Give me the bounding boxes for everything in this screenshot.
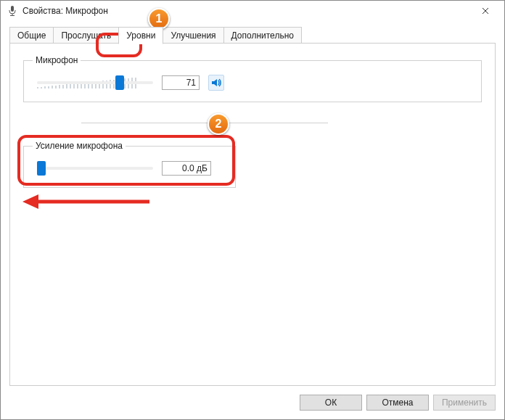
- tab-advanced[interactable]: Дополнительно: [223, 27, 302, 44]
- apply-button[interactable]: Применить: [433, 395, 496, 411]
- window-title: Свойства: Микрофон: [22, 6, 108, 16]
- separator: [81, 123, 328, 123]
- titlebar: Свойства: Микрофон: [1, 1, 504, 21]
- tab-general[interactable]: Общие: [9, 27, 54, 44]
- tab-listen[interactable]: Прослушать: [53, 27, 119, 44]
- cancel-button[interactable]: Отмена: [366, 395, 429, 411]
- group-microphone-legend: Микрофон: [33, 55, 81, 65]
- microphone-level-slider[interactable]: [37, 74, 153, 91]
- microphone-icon: [7, 5, 18, 17]
- group-microphone-boost-legend: Усиление микрофона: [33, 141, 126, 151]
- microphone-boost-slider[interactable]: [37, 160, 153, 177]
- group-microphone-boost: Усиление микрофона 0.0 дБ: [23, 141, 236, 188]
- group-microphone: Микрофон 71: [23, 55, 482, 102]
- close-button[interactable]: [471, 4, 500, 18]
- dialog-buttons: ОК Отмена Применить: [300, 395, 496, 411]
- svg-rect-1: [12, 14, 13, 15]
- ok-button[interactable]: ОК: [300, 395, 362, 411]
- tab-levels[interactable]: Уровни: [118, 27, 163, 44]
- mute-button[interactable]: [208, 75, 224, 91]
- svg-rect-0: [11, 6, 14, 12]
- tab-panel-levels: Микрофон 71 Усиление микрофона 0.0 дБ: [9, 43, 496, 386]
- tab-enhancements[interactable]: Улучшения: [163, 27, 223, 44]
- tab-strip: Общие Прослушать Уровни Улучшения Дополн…: [1, 21, 504, 44]
- svg-rect-2: [10, 15, 15, 16]
- microphone-level-value[interactable]: 71: [162, 75, 200, 90]
- microphone-boost-value[interactable]: 0.0 дБ: [162, 161, 211, 176]
